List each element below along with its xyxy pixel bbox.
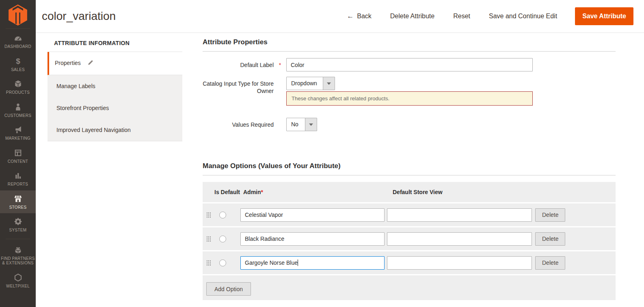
sidebar-item-label: WELTPIXEL bbox=[1, 284, 35, 289]
catalog-input-type-select[interactable]: Dropdown bbox=[286, 77, 335, 90]
tabs-list: Properties Manage Labels Storefront Prop… bbox=[48, 52, 182, 141]
weltpixel-icon bbox=[1, 273, 35, 282]
magento-logo-icon bbox=[9, 4, 27, 26]
drag-handle-icon[interactable] bbox=[206, 212, 211, 218]
stores-icon bbox=[1, 195, 35, 203]
sidebar-item-label: REPORTS bbox=[1, 182, 35, 187]
column-default-store-view: Default Store View bbox=[393, 189, 443, 195]
products-icon bbox=[1, 80, 35, 89]
tabs-panel-title: ATTRIBUTE INFORMATION bbox=[48, 34, 182, 52]
sidebar-item-system[interactable]: SYSTEM bbox=[0, 213, 36, 236]
column-admin: Admin* bbox=[243, 189, 393, 195]
option-row: Delete bbox=[203, 203, 616, 226]
sidebar-item-label: CONTENT bbox=[1, 159, 35, 164]
back-arrow-icon: ← bbox=[347, 12, 354, 20]
chevron-down-icon bbox=[305, 118, 317, 131]
store-view-option-input[interactable] bbox=[387, 232, 532, 246]
sidebar-nav: DASHBOARD $ SALES PRODUCTS CUSTOMERS bbox=[0, 30, 36, 292]
sales-icon: $ bbox=[1, 57, 35, 66]
sidebar-item-find-partners[interactable]: FIND PARTNERS & EXTENSIONS bbox=[0, 242, 36, 269]
admin-option-input[interactable] bbox=[240, 232, 385, 246]
options-table-footer: Add Option bbox=[203, 275, 616, 300]
catalog-input-type-label: Catalog Input Type for Store Owner bbox=[203, 77, 274, 95]
chevron-down-icon bbox=[323, 77, 335, 90]
text-cursor bbox=[298, 259, 298, 266]
sidebar-item-content[interactable]: CONTENT bbox=[0, 145, 36, 168]
required-asterisk: * bbox=[274, 58, 286, 68]
drag-handle-icon[interactable] bbox=[206, 236, 211, 242]
sidebar-item-sales[interactable]: $ SALES bbox=[0, 53, 36, 76]
sidebar-item-label: FIND PARTNERS & EXTENSIONS bbox=[1, 256, 35, 266]
is-default-radio[interactable] bbox=[219, 212, 226, 218]
magento-logo[interactable] bbox=[0, 0, 36, 27]
sidebar-item-label: MARKETING bbox=[1, 136, 35, 141]
attribute-properties-heading: Attribute Properties bbox=[203, 38, 616, 46]
system-icon bbox=[1, 217, 35, 226]
default-label-field: Default Label * bbox=[203, 58, 616, 71]
sidebar-divider bbox=[6, 239, 30, 239]
marketing-icon bbox=[1, 125, 35, 134]
options-table-header: Is Default Admin* Default Store View bbox=[203, 182, 616, 202]
store-view-option-input[interactable] bbox=[387, 208, 532, 222]
option-row: Gargoyle Norse Blue Delete bbox=[203, 251, 616, 274]
sidebar-item-label: DASHBOARD bbox=[1, 44, 35, 49]
is-default-radio[interactable] bbox=[219, 236, 226, 242]
admin-option-input[interactable]: Gargoyle Norse Blue bbox=[240, 256, 385, 270]
customers-icon bbox=[1, 103, 35, 112]
tab-manage-labels[interactable]: Manage Labels bbox=[48, 75, 182, 97]
values-required-select[interactable]: No bbox=[286, 118, 317, 131]
sidebar-item-stores[interactable]: STORES bbox=[0, 190, 36, 214]
find-partners-icon bbox=[1, 246, 35, 255]
is-default-radio[interactable] bbox=[219, 259, 226, 266]
manage-options-heading: Manage Options (Values of Your Attribute… bbox=[203, 162, 616, 170]
tab-improved-layered-navigation[interactable]: Improved Layered Navigation bbox=[48, 119, 182, 141]
reset-button[interactable]: Reset bbox=[453, 13, 470, 20]
catalog-input-type-field: Catalog Input Type for Store Owner Dropd… bbox=[203, 77, 616, 106]
sidebar: DASHBOARD $ SALES PRODUCTS CUSTOMERS bbox=[0, 0, 36, 307]
delete-option-button[interactable]: Delete bbox=[535, 256, 565, 270]
sidebar-item-label: SALES bbox=[1, 67, 35, 72]
content-icon bbox=[1, 149, 35, 158]
magento-admin-app: DASHBOARD $ SALES PRODUCTS CUSTOMERS bbox=[0, 0, 644, 307]
default-label-input[interactable] bbox=[286, 58, 533, 71]
sidebar-item-label: SYSTEM bbox=[1, 228, 35, 233]
sidebar-item-label: STORES bbox=[1, 205, 35, 210]
sidebar-divider bbox=[6, 28, 30, 29]
tab-properties[interactable]: Properties bbox=[48, 52, 182, 75]
options-table: Is Default Admin* Default Store View Del… bbox=[203, 182, 616, 300]
selected-value: Dropdown bbox=[287, 77, 323, 90]
sidebar-item-label: CUSTOMERS bbox=[1, 113, 35, 118]
delete-option-button[interactable]: Delete bbox=[535, 208, 565, 222]
option-row: Delete bbox=[203, 227, 616, 250]
section-divider bbox=[203, 51, 616, 52]
page-header: color_variation ←Back Delete Attribute R… bbox=[36, 0, 644, 33]
sidebar-item-marketing[interactable]: MARKETING bbox=[0, 121, 36, 145]
delete-option-button[interactable]: Delete bbox=[535, 232, 565, 246]
svg-text:$: $ bbox=[16, 57, 20, 65]
tab-storefront-properties[interactable]: Storefront Properties bbox=[48, 97, 182, 119]
sidebar-item-label: PRODUCTS bbox=[1, 90, 35, 95]
sidebar-item-reports[interactable]: REPORTS bbox=[0, 167, 36, 190]
admin-option-input[interactable] bbox=[240, 208, 385, 222]
back-button[interactable]: ←Back bbox=[347, 12, 372, 20]
sidebar-item-products[interactable]: PRODUCTS bbox=[0, 76, 36, 99]
attribute-information-panel: ATTRIBUTE INFORMATION Properties Manage … bbox=[48, 34, 182, 141]
dashboard-icon bbox=[1, 34, 35, 43]
sidebar-item-dashboard[interactable]: DASHBOARD bbox=[0, 30, 36, 53]
pencil-icon bbox=[87, 60, 93, 67]
sidebar-item-weltpixel[interactable]: WELTPIXEL bbox=[0, 269, 36, 292]
header-actions: ←Back Delete Attribute Reset Save and Co… bbox=[328, 7, 633, 25]
drag-handle-icon[interactable] bbox=[206, 260, 211, 266]
required-asterisk: * bbox=[261, 189, 263, 195]
section-divider bbox=[203, 175, 616, 175]
sidebar-item-customers[interactable]: CUSTOMERS bbox=[0, 99, 36, 122]
page-title: color_variation bbox=[42, 10, 116, 23]
selected-value: No bbox=[287, 118, 305, 131]
reports-icon bbox=[1, 171, 35, 180]
save-and-continue-button[interactable]: Save and Continue Edit bbox=[489, 13, 557, 20]
save-attribute-button[interactable]: Save Attribute bbox=[575, 7, 633, 25]
values-required-field: Values Required No bbox=[203, 118, 616, 131]
add-option-button[interactable]: Add Option bbox=[206, 282, 251, 296]
store-view-option-input[interactable] bbox=[387, 256, 532, 270]
delete-attribute-button[interactable]: Delete Attribute bbox=[390, 13, 434, 20]
